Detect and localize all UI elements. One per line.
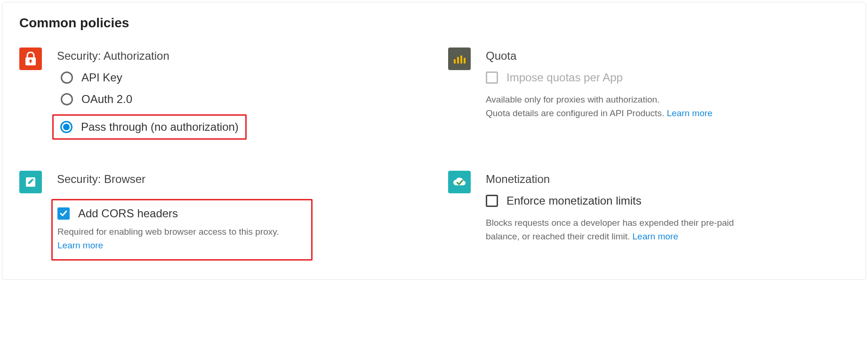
radio-label-api-key: API Key — [81, 71, 122, 84]
cors-learn-more-link[interactable]: Learn more — [57, 240, 103, 250]
policies-grid: Security: Authorization API Key OAuth 2.… — [19, 47, 849, 261]
cors-checkbox-label: Add CORS headers — [78, 207, 178, 220]
radio-icon — [61, 71, 73, 84]
cors-help-text: Required for enabling web browser access… — [57, 225, 302, 253]
quota-checkbox-label: Impose quotas per App — [506, 71, 623, 84]
checkbox-icon-disabled — [486, 71, 498, 84]
policy-security-authorization: Security: Authorization API Key OAuth 2.… — [19, 47, 420, 140]
quota-help-text: Available only for proxies with authoriz… — [486, 93, 749, 120]
radio-oauth[interactable]: OAuth 2.0 — [61, 93, 420, 106]
common-policies-panel: Common policies Security: Authorization … — [2, 2, 866, 280]
radio-label-passthrough: Pass through (no authorization) — [81, 120, 239, 134]
checkbox-enforce-monetization[interactable]: Enforce monetization limits — [486, 194, 849, 207]
quota-title: Quota — [486, 49, 849, 63]
highlight-passthrough: Pass through (no authorization) — [52, 114, 247, 140]
monetization-learn-more-link[interactable]: Learn more — [633, 231, 678, 241]
quota-learn-more-link[interactable]: Learn more — [667, 108, 712, 118]
checkbox-icon — [486, 195, 498, 207]
svg-rect-6 — [464, 58, 466, 63]
radio-icon-selected — [60, 121, 72, 133]
cors-help: Required for enabling web browser access… — [57, 227, 279, 237]
radio-api-key[interactable]: API Key — [61, 71, 420, 84]
bars-icon — [448, 48, 471, 70]
monetization-help: Blocks requests once a developer has exp… — [486, 218, 734, 241]
section-title: Common policies — [19, 16, 849, 31]
svg-rect-2 — [30, 61, 32, 63]
monetization-title: Monetization — [486, 173, 849, 186]
quota-help-line2: Quota details are configured in API Prod… — [486, 108, 667, 118]
svg-rect-4 — [457, 57, 459, 63]
monetization-checkbox-label: Enforce monetization limits — [506, 194, 642, 207]
cloud-check-icon — [448, 171, 471, 193]
checkbox-icon-checked — [57, 207, 70, 220]
security-auth-title: Security: Authorization — [57, 49, 420, 63]
security-browser-title: Security: Browser — [57, 173, 420, 186]
svg-rect-5 — [460, 56, 462, 63]
radio-label-oauth: OAuth 2.0 — [81, 93, 132, 106]
checkbox-impose-quotas: Impose quotas per App — [486, 71, 849, 84]
monetization-help-text: Blocks requests once a developer has exp… — [486, 216, 749, 244]
policy-monetization: Monetization Enforce monetization limits… — [448, 170, 849, 261]
radio-icon — [61, 93, 73, 105]
policy-security-browser: Security: Browser Add CORS headers Requi… — [19, 170, 420, 261]
radio-passthrough[interactable]: Pass through (no authorization) — [60, 120, 239, 134]
quota-help-line1: Available only for proxies with authoriz… — [486, 95, 659, 104]
highlight-cors: Add CORS headers Required for enabling w… — [51, 199, 313, 261]
pencil-icon — [19, 171, 42, 193]
svg-rect-3 — [454, 59, 456, 63]
policy-quota: Quota Impose quotas per App Available on… — [448, 47, 849, 140]
lock-icon — [19, 48, 42, 70]
checkbox-add-cors[interactable]: Add CORS headers — [57, 207, 302, 220]
